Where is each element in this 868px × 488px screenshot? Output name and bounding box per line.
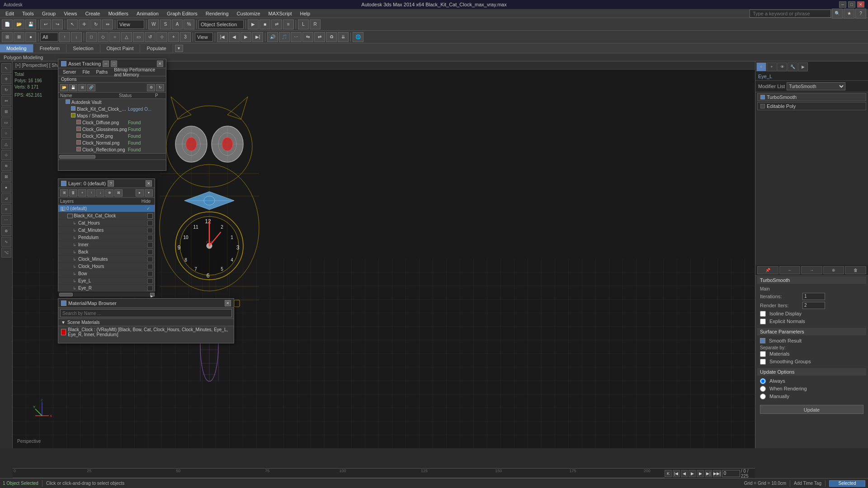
at-btn-4[interactable]: 🔗 — [87, 84, 95, 91]
ref-coord-btn[interactable]: W — [148, 19, 159, 29]
tab-modeling[interactable]: Modeling — [0, 44, 33, 52]
menu-views[interactable]: Views — [60, 10, 80, 17]
sidebar-icon-13[interactable]: ⊿ — [1, 193, 11, 203]
move-btn[interactable]: ✛ — [79, 19, 90, 29]
modifier-list-dropdown[interactable]: TurboSmooth — [787, 82, 845, 90]
layer-btn-6[interactable]: ⊕ — [105, 189, 113, 197]
at-scrollbar[interactable] — [58, 153, 166, 160]
rotate-btn[interactable]: ↻ — [90, 19, 101, 29]
tb2-9[interactable]: △ — [121, 32, 132, 42]
tb2-25[interactable]: ⇊ — [338, 32, 349, 42]
tb2-11[interactable]: ↺ — [145, 32, 156, 42]
mod-checkbox-epoly[interactable] — [760, 104, 765, 108]
sidebar-icon-5[interactable]: ⊞ — [1, 107, 11, 117]
rs-tab-modify[interactable]: ✧ — [756, 62, 766, 71]
layer-row-clock-hours[interactable]: ↳ Clock_Hours — [58, 263, 155, 270]
layer-panel-titlebar[interactable]: Layer: 0 (default) ? ✕ — [58, 179, 155, 188]
menu-group[interactable]: Group — [38, 10, 60, 17]
sidebar-icon-15[interactable]: ⋯ — [1, 215, 11, 225]
sidebar-icon-rotate[interactable]: ↻ — [1, 85, 11, 95]
at-menu-paths[interactable]: Paths — [94, 69, 111, 75]
align-btn[interactable]: ≡ — [283, 19, 294, 29]
mod-checkbox-turbosmooth[interactable] — [760, 95, 765, 99]
layer-row-bow[interactable]: ↳ Bow — [58, 270, 155, 277]
menu-help[interactable]: Help — [297, 10, 314, 17]
tb2-18[interactable]: ▶| — [252, 32, 263, 42]
at-row-normal[interactable]: Clock_Normal.png Found — [58, 140, 166, 146]
tb2-3[interactable]: ● — [25, 32, 36, 42]
layer-freeze-cat-minutes[interactable] — [147, 228, 153, 233]
modifier-editable-poly[interactable]: Editable Poly — [757, 102, 866, 110]
anim-prev-key[interactable]: |◀ — [673, 470, 680, 477]
tb2-7[interactable]: ◇ — [98, 32, 108, 42]
layer-btn-7[interactable]: ⊠ — [114, 189, 123, 197]
menu-rendering[interactable]: Rendering — [202, 10, 232, 17]
asset-tracking-restore[interactable]: □ — [111, 61, 117, 67]
tb2-19[interactable]: 🔊 — [267, 32, 278, 42]
at-row-vault[interactable]: Autodesk Vault — [58, 99, 166, 106]
ts-smoothing-groups-check[interactable] — [760, 359, 766, 365]
bookmark-button[interactable]: ★ — [844, 9, 854, 19]
material-search-input[interactable] — [60, 309, 232, 317]
material-panel-titlebar[interactable]: Material/Map Browser ✕ — [58, 299, 234, 308]
mod-nav-3[interactable]: ⊕ — [823, 266, 844, 274]
tab-object-paint[interactable]: Object Paint — [100, 44, 141, 52]
mirror-btn[interactable]: ⇌ — [271, 19, 282, 29]
tb2-16[interactable]: ◀ — [229, 32, 240, 42]
anim-key-mode[interactable]: K — [665, 470, 672, 477]
material-panel-close[interactable]: ✕ — [225, 300, 231, 306]
layer-scrollbar-right[interactable]: ▸ — [150, 293, 155, 296]
layer-row-0[interactable]: L 0 (default) ✓ — [58, 205, 155, 212]
play-btn[interactable]: ▶ — [248, 19, 259, 29]
layer-freeze-pendulum[interactable] — [147, 235, 153, 240]
layer-row-inner[interactable]: ↳ Inner — [58, 241, 155, 249]
tb2-14[interactable]: 3 — [180, 32, 191, 42]
tab-populate[interactable]: Populate — [140, 44, 173, 52]
sidebar-icon-8[interactable]: △ — [1, 139, 11, 149]
anim-prev-frame[interactable]: ◀ — [681, 470, 688, 477]
menu-customize[interactable]: Customize — [233, 10, 264, 17]
frame-input[interactable] — [722, 470, 740, 477]
sidebar-icon-10[interactable]: ≋ — [1, 161, 11, 171]
at-scrollbar-thumb[interactable] — [59, 155, 95, 159]
asset-tracking-close[interactable]: ✕ — [157, 61, 163, 67]
ts-when-rendering-radio[interactable] — [760, 386, 766, 392]
layer-row-cat-minutes[interactable]: ↳ Cat_Minutes — [58, 227, 155, 234]
ts-explicit-check[interactable] — [760, 319, 766, 324]
at-menu-bitmap[interactable]: Bitmap Performance and Memory — [111, 67, 164, 78]
timeline-bar[interactable]: 0 25 50 75 100 125 150 175 200 225 — [13, 468, 755, 478]
layer-freeze-back[interactable] — [147, 249, 153, 255]
at-row-diffuse[interactable]: Clock_Diffuse.png Found — [58, 119, 166, 126]
layer-btn-2[interactable]: 🗑 — [69, 189, 77, 197]
search-input[interactable] — [750, 9, 831, 18]
layer-btn-4[interactable]: ↑ — [87, 189, 95, 197]
mod-nav-1[interactable]: ← — [779, 266, 801, 274]
tb2-12[interactable]: ⊹ — [156, 32, 167, 42]
help-button[interactable]: ? — [855, 9, 866, 19]
sidebar-icon-14[interactable]: ≡ — [1, 204, 11, 214]
at-row-reflection[interactable]: Clock_Reflection.png Found — [58, 146, 166, 153]
tb2-23[interactable]: ⇄ — [314, 32, 325, 42]
sidebar-icon-7[interactable]: ○ — [1, 128, 11, 138]
layer-row-cat-clock[interactable]: Black_Kit_Cat_Clock — [58, 212, 155, 220]
sidebar-icon-select[interactable]: ↖ — [1, 63, 11, 73]
search-button[interactable]: 🔍 — [832, 9, 843, 19]
at-menu-server[interactable]: Server — [60, 69, 79, 75]
layer-btn-1[interactable]: ⊞ — [60, 189, 68, 197]
at-row-maxfile[interactable]: Black_Kit_Cat_Clock_max_vray.max Logged … — [58, 106, 166, 113]
scale-btn[interactable]: ⇔ — [102, 19, 113, 29]
anim-end[interactable]: ▶▶| — [713, 470, 721, 477]
tb2-24[interactable]: ♻ — [326, 32, 337, 42]
maximize-button[interactable]: □ — [848, 1, 855, 8]
at-row-ior[interactable]: Clock_IOR.png Found — [58, 133, 166, 140]
name-input[interactable] — [40, 33, 58, 42]
menu-animation[interactable]: Animation — [133, 10, 162, 17]
layer-freeze-cat-clock[interactable] — [147, 213, 153, 219]
at-row-gloss[interactable]: Clock_Glossiness.png Found — [58, 126, 166, 133]
layer-vis-0[interactable]: ✓ — [144, 206, 153, 211]
menu-edit[interactable]: Edit — [2, 10, 18, 17]
tab-selection[interactable]: Selection — [66, 44, 100, 52]
layer-freeze-eye-r[interactable] — [147, 286, 153, 291]
tb2-22[interactable]: ⇆ — [302, 32, 313, 42]
tb2-2[interactable]: ⊠ — [14, 32, 24, 42]
